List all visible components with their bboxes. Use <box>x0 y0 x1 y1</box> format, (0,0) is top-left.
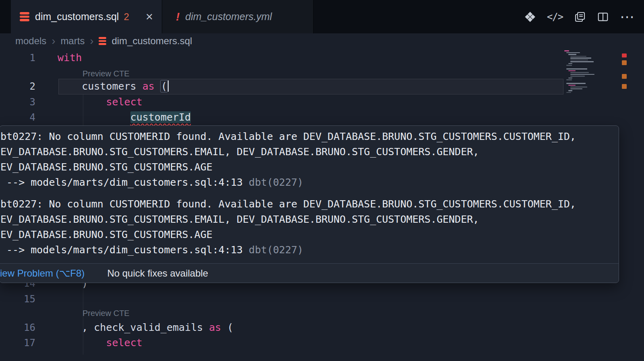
breadcrumb-item-models[interactable]: models <box>15 35 46 47</box>
minimap-line <box>568 90 572 91</box>
editor-line-row[interactable]: 2 customers as ( <box>0 79 644 94</box>
code-line[interactable]: with <box>58 50 82 66</box>
indent-guide <box>83 94 83 125</box>
code-line[interactable]: select <box>58 335 142 351</box>
minimap-line <box>566 52 580 53</box>
codelens-preview-cte[interactable]: Preview CTE <box>83 307 130 319</box>
quick-fix-hint: No quick fixes available <box>107 268 208 279</box>
breadcrumb: models › marts › dim_customers.sql <box>0 33 644 49</box>
minimap-line <box>570 56 586 57</box>
error-token-customerid[interactable]: customerId <box>130 111 191 123</box>
code-editor[interactable]: 1withPreview CTE2 customers as (3 select… <box>0 49 644 361</box>
minimap-line <box>568 54 576 55</box>
breadcrumb-item-file[interactable]: dim_customers.sql <box>111 35 192 47</box>
problem-hover-popup: bt0227: No column CUSTOMERID found. Avai… <box>0 125 619 283</box>
minimap[interactable] <box>564 50 621 98</box>
minimap-line <box>570 59 588 61</box>
ruler-problem-mark <box>622 74 627 79</box>
minimap-line <box>564 50 569 51</box>
tab-dim-customers-yml[interactable]: ! dim_customers.yml <box>162 0 314 33</box>
minimap-line <box>570 72 589 73</box>
minimap-line <box>568 63 572 64</box>
text-cursor <box>168 80 169 92</box>
error-indicator-icon: ! <box>176 10 180 23</box>
tab-bar: dim_customers.sql 2 × ! dim_customers.ym… <box>0 0 644 33</box>
minimap-line <box>566 68 587 70</box>
minimap-line <box>566 83 586 84</box>
tab-dim-customers-sql[interactable]: dim_customers.sql 2 × <box>11 0 162 33</box>
editor-line-row[interactable]: 16 , check_valid_emails as ( <box>0 320 644 336</box>
editor-line-row[interactable]: Preview CTE <box>0 307 644 319</box>
line-number: 16 <box>0 320 35 336</box>
breadcrumb-item-marts[interactable]: marts <box>60 35 85 47</box>
inline-code-icon[interactable]: </> <box>547 11 563 23</box>
code-line[interactable]: , check_valid_emails as ( <box>58 320 233 336</box>
ruler-problem-mark <box>622 60 627 65</box>
problem-message: bt0227: No column CUSTOMERID found. Avai… <box>0 127 612 194</box>
dbt-logo-icon[interactable] <box>524 11 536 23</box>
chevron-right-icon: › <box>52 36 55 47</box>
split-editor-icon[interactable] <box>597 11 609 23</box>
line-number: 3 <box>0 94 35 110</box>
indent-guide <box>83 276 83 355</box>
line-number: 17 <box>0 335 35 351</box>
minimap-line <box>568 85 576 86</box>
editor-line-row[interactable]: 15 <box>0 291 644 307</box>
code-line[interactable]: customerId <box>58 110 191 125</box>
hover-status-bar: iew Problem (⌥F8) No quick fixes availab… <box>0 263 619 283</box>
view-problem-link[interactable]: iew Problem (⌥F8) <box>0 268 85 279</box>
editor-line-row[interactable]: 1with <box>0 50 644 66</box>
editor-line-row[interactable]: 3 select <box>0 94 644 110</box>
line-number: 1 <box>0 50 35 66</box>
code-line[interactable]: customers as ( <box>58 79 169 94</box>
minimap-line <box>566 92 571 93</box>
tab-badge: 2 <box>124 11 129 23</box>
editor-actions: </> ⋯ <box>524 0 644 33</box>
minimap-line <box>570 57 591 59</box>
editor-line-row[interactable]: 4 customerId <box>0 110 644 125</box>
tabbar-spacer <box>0 0 11 33</box>
minimap-line <box>570 88 582 90</box>
chevron-right-icon: › <box>90 36 93 47</box>
editor-line-row[interactable]: 17 select <box>0 335 644 351</box>
more-actions-icon[interactable]: ⋯ <box>620 15 634 19</box>
close-tab-icon[interactable]: × <box>146 10 153 23</box>
minimap-line <box>566 65 572 66</box>
codelens-preview-cte[interactable]: Preview CTE <box>83 68 130 80</box>
ruler-problem-mark <box>622 53 627 57</box>
vscode-window: dim_customers.sql 2 × ! dim_customers.ym… <box>0 0 644 361</box>
tab-title: dim_customers.yml <box>185 11 272 23</box>
minimap-line <box>570 76 585 77</box>
minimap-line <box>570 61 594 62</box>
minimap-line <box>570 74 594 75</box>
preview-data-icon[interactable] <box>574 11 586 23</box>
line-number: 2 <box>0 79 35 94</box>
line-number: 15 <box>0 291 35 307</box>
editor-line-row[interactable]: Preview CTE <box>0 68 644 80</box>
dbt-file-icon <box>20 12 29 21</box>
code-line[interactable]: select <box>58 94 142 110</box>
minimap-line <box>568 70 576 72</box>
minimap-line <box>568 78 572 79</box>
problem-message: bt0227: No column CUSTOMERID found. Avai… <box>0 194 612 262</box>
tab-title: dim_customers.sql <box>35 11 119 23</box>
ruler-problem-mark <box>622 84 627 89</box>
dbt-file-icon <box>99 37 106 45</box>
line-number: 4 <box>0 110 35 125</box>
minimap-line <box>570 86 587 88</box>
minimap-line <box>566 79 572 80</box>
